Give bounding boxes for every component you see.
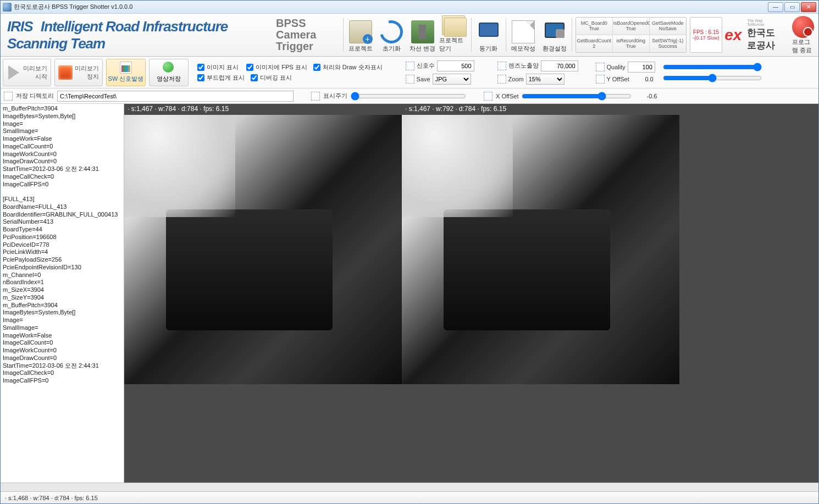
project-icon xyxy=(349,20,372,43)
camera-image-left xyxy=(124,115,402,384)
iris-logo-sub: Intelligent Road Infrastructure Scanning… xyxy=(7,18,228,52)
lens-toggle[interactable] xyxy=(497,62,506,70)
iris-logo: IRIS xyxy=(7,18,33,35)
status-grid: MC_Board0True isBoardOpened0True GetSave… xyxy=(575,17,687,53)
app-icon xyxy=(3,3,12,12)
view-area[interactable]: · s:1,467 · w:784 · d:784 · fps: 6.15 · … xyxy=(124,104,818,483)
control-row: 미리보기 시작 미리보기 정지 SW 신호발생 영상저장 이미지 표시 이미지에… xyxy=(1,57,818,88)
lens-input[interactable] xyxy=(541,60,578,71)
signal-toggle[interactable] xyxy=(406,62,414,70)
status-save-mode: GetSaveModeNoSave xyxy=(650,18,686,35)
save-format-select[interactable]: JPG xyxy=(433,74,471,85)
camera-view-left: · s:1,467 · w:784 · d:784 · fps: 6.15 xyxy=(124,104,402,384)
chk-debug[interactable] xyxy=(251,74,258,81)
status-board-opened: isBoardOpened0True xyxy=(613,18,649,35)
preview-stop-button[interactable]: 미리보기 정지 xyxy=(54,59,103,86)
signal-icon xyxy=(120,62,132,74)
program-end-button[interactable]: 프로그램 종료 xyxy=(792,16,814,54)
camera-view-right: · s:1,467 · w:792 · d:784 · fps: 6.15 xyxy=(402,104,679,384)
maximize-button[interactable]: ▭ xyxy=(784,2,800,12)
project-close-button[interactable]: 프로젝트닫기 xyxy=(439,15,469,55)
status-recording: isRecord0ingTrue xyxy=(613,35,649,52)
road-icon xyxy=(411,20,434,43)
camera-image-right xyxy=(402,115,679,384)
yoffset-value: 0.0 xyxy=(632,76,654,82)
row-3: 저장 디렉토리 표시주기 X OffSet -0.6 xyxy=(1,88,818,104)
close-button[interactable]: ✕ xyxy=(801,2,816,12)
dir-toggle[interactable] xyxy=(4,92,13,101)
env-settings-button[interactable]: 환경설정 xyxy=(539,15,569,55)
power-off-icon xyxy=(792,16,814,38)
refresh-icon xyxy=(376,16,407,47)
chk-fps-on-image[interactable] xyxy=(246,64,253,71)
xoffset-toggle[interactable] xyxy=(484,92,492,101)
page-icon xyxy=(512,20,535,43)
status-board-count: GetBoardCount2 xyxy=(576,35,612,52)
ex-logo: ex xyxy=(724,26,741,44)
quality-slider[interactable] xyxy=(663,63,762,71)
signal-input[interactable] xyxy=(437,60,474,71)
memo-button[interactable]: 메모작성 xyxy=(508,15,539,55)
statusbar: · s:1,468 · w:784 · d:784 · fps: 6.15 xyxy=(1,491,818,503)
screens-icon xyxy=(477,20,500,43)
app-window: 한국도로공사 BPSS Trigger Shotter v1.0.0.0 — ▭… xyxy=(0,0,819,504)
monitor-gear-icon xyxy=(543,20,566,43)
zoom-toggle[interactable] xyxy=(497,75,506,84)
kr-brand: The Way ToMorrow 한국도로공사 xyxy=(747,19,778,52)
yoffset-toggle[interactable] xyxy=(596,75,605,84)
docs-icon xyxy=(442,15,465,35)
status-mc-board: MC_Board0True xyxy=(576,18,612,35)
chk-smooth[interactable] xyxy=(197,74,204,81)
xoffset-value: -0.6 xyxy=(635,93,657,99)
green-go-icon xyxy=(163,62,175,74)
cycle-toggle[interactable] xyxy=(311,92,320,101)
app-title: BPSS Camera Trigger xyxy=(276,18,336,52)
cycle-slider[interactable] xyxy=(351,92,466,101)
play-icon xyxy=(7,65,21,80)
horizontal-scrollbar[interactable] xyxy=(1,483,818,491)
save-video-button[interactable]: 영상저장 xyxy=(149,59,189,86)
quality-toggle[interactable] xyxy=(596,63,605,71)
chk-proc-draw-num[interactable] xyxy=(313,64,320,71)
xoffset-slider[interactable] xyxy=(522,92,632,101)
chk-show-image[interactable] xyxy=(197,64,204,71)
logo-block: IRIS Intelligent Road Infrastructure Sca… xyxy=(3,15,341,55)
sync-button[interactable]: 동기화 xyxy=(473,15,503,55)
lane-change-button[interactable]: 차선 변경 xyxy=(408,15,438,55)
init-button[interactable]: 초기화 xyxy=(377,15,407,55)
minimize-button[interactable]: — xyxy=(768,2,783,12)
quality-input[interactable] xyxy=(628,62,655,73)
stop-icon xyxy=(58,65,73,80)
zoom-select[interactable]: 15% xyxy=(526,74,565,85)
preview-start-button[interactable]: 미리보기 시작 xyxy=(3,59,51,86)
brand-right: ex The Way ToMorrow 한국도로공사 프로그램 종료 xyxy=(724,15,816,55)
fps-box: FPS : 6.15 -(0.17 Slow) xyxy=(690,17,722,53)
sw-signal-button[interactable]: SW 신호발생 xyxy=(106,59,146,86)
status-swtrig: SetSWTrig(-1)Success xyxy=(650,35,686,52)
camera-overlay-right: · s:1,467 · w:792 · d:784 · fps: 6.15 xyxy=(405,105,506,113)
window-title: 한국도로공사 BPSS Trigger Shotter v1.0.0.0 xyxy=(14,3,768,11)
titlebar: 한국도로공사 BPSS Trigger Shotter v1.0.0.0 — ▭… xyxy=(1,1,818,14)
main-area: m_BufferPitch=3904 ImageBytes=System,Byt… xyxy=(1,104,818,483)
save-dir-input[interactable] xyxy=(57,91,294,102)
save-toggle[interactable] xyxy=(406,75,414,84)
camera-overlay-left: · s:1,467 · w:784 · d:784 · fps: 6.15 xyxy=(128,105,229,113)
project-button[interactable]: 프로젝트 xyxy=(345,15,375,55)
log-panel: m_BufferPitch=3904 ImageBytes=System,Byt… xyxy=(1,104,124,483)
ribbon-toolbar: IRIS Intelligent Road Infrastructure Sca… xyxy=(1,14,818,57)
yoffset-slider[interactable] xyxy=(663,74,762,82)
